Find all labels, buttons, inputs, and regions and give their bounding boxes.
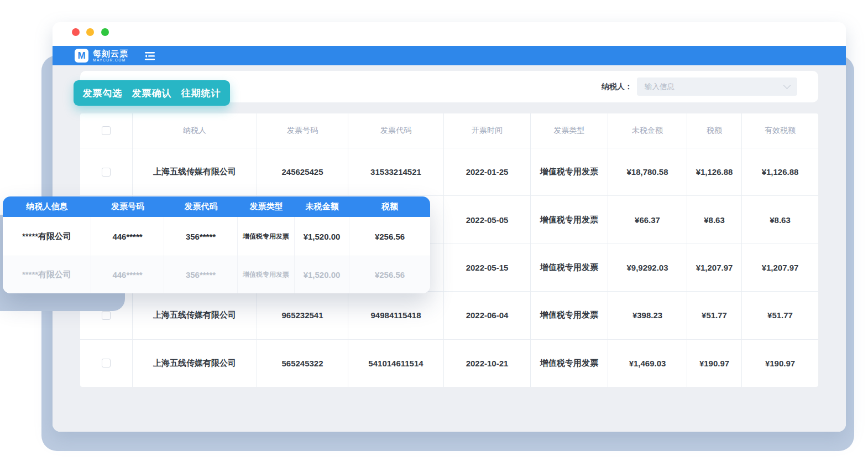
close-window-button[interactable] [72,28,80,36]
cell-date: 2022-05-05 [444,196,531,243]
popup-column-tax: 税额 [349,196,430,217]
table-header-row: 纳税人 发票号码 发票代码 开票时间 发票类型 未税金额 税额 有效税额 [80,113,818,148]
app-subtitle: MAYCUR.COM [93,59,128,63]
tab-invoice-confirm[interactable]: 发票确认 [132,87,172,100]
popup-column-pre-tax: 未税金额 [295,196,349,217]
popup-cell-invoice-code: 356***** [164,256,238,293]
cell-date: 2022-05-15 [444,244,531,291]
cell-invoice-no: 245625425 [257,148,348,195]
taxpayer-filter-label: 纳税人： [602,82,632,92]
popup-cell-pre-tax: ¥1,520.00 [295,217,349,256]
column-header-pre-tax: 未税金额 [608,113,687,148]
table-row: 上海五线传媒有限公司 965232541 94984115418 2022-06… [80,291,818,339]
cell-date: 2022-10-21 [444,340,531,387]
column-header-invoice-no: 发票号码 [257,113,348,148]
cell-valid-tax: ¥190.97 [742,340,818,387]
cell-valid-tax: ¥8.63 [742,196,818,243]
popup-header-row: 纳税人信息 发票号码 发票代码 发票类型 未税金额 税额 [3,196,430,217]
app-logo: M 每刻云票 MAYCUR.COM [75,49,128,63]
cell-tax: ¥8.63 [687,196,742,243]
column-header-tax: 税额 [687,113,742,148]
row-checkbox[interactable] [102,359,111,367]
cell-tax: ¥1,126.88 [687,148,742,195]
select-all-checkbox[interactable] [102,126,111,135]
popup-cell-taxpayer-info: *****有限公司 [3,256,91,293]
table-row: 上海五线传媒有限公司 245625425 31533214521 2022-01… [80,148,818,195]
cell-tax: ¥190.97 [687,340,742,387]
maximize-window-button[interactable] [101,28,109,36]
table-row: 上海五线传媒有限公司 565245322 541014611514 2022-1… [80,339,818,387]
column-header-valid-tax: 有效税额 [742,113,818,148]
popup-column-invoice-code: 发票代码 [164,196,238,217]
popup-cell-pre-tax: ¥1,520.00 [295,256,349,293]
collapse-menu-icon[interactable] [144,51,156,61]
app-title: 每刻云票 [93,49,128,58]
cell-type: 增值税专用发票 [531,340,608,387]
popup-column-invoice-no: 发票号码 [91,196,164,217]
logo-mark-icon: M [75,49,88,63]
popup-column-type: 发票类型 [238,196,295,217]
cell-valid-tax: ¥1,207.97 [742,244,818,291]
cell-pre-tax: ¥9,9292.03 [608,244,687,291]
cell-date: 2022-01-25 [444,148,531,195]
cell-pre-tax: ¥18,780.58 [608,148,687,195]
taxpayer-detail-popup: 纳税人信息 发票号码 发票代码 发票类型 未税金额 税额 *****有限公司 4… [3,196,430,293]
cell-type: 增值税专用发票 [531,292,608,339]
cell-invoice-code: 541014611514 [348,340,444,387]
cell-tax: ¥51.77 [687,292,742,339]
taxpayer-filter-placeholder: 输入信息 [645,82,674,92]
cell-invoice-code: 31533214521 [348,148,444,195]
popup-cell-invoice-no: 446***** [91,256,164,293]
row-checkbox[interactable] [102,311,111,320]
cell-type: 增值税专用发票 [531,148,608,195]
popup-cell-invoice-code: 356***** [164,217,238,256]
tab-invoice-select[interactable]: 发票勾选 [83,87,123,100]
tab-past-statistics[interactable]: 往期统计 [181,87,221,100]
popup-cell-taxpayer-info: *****有限公司 [3,217,91,256]
taxpayer-filter-select[interactable]: 输入信息 [637,77,797,96]
tab-bar: 发票勾选 发票确认 往期统计 [74,80,230,106]
cell-taxpayer: 上海五线传媒有限公司 [133,340,257,387]
cell-taxpayer: 上海五线传媒有限公司 [133,148,257,195]
cell-invoice-no: 565245322 [257,340,348,387]
cell-date: 2022-06-04 [444,292,531,339]
cell-type: 增值税专用发票 [531,244,608,291]
column-header-invoice-code: 发票代码 [348,113,444,148]
popup-cell-tax: ¥256.56 [349,217,430,256]
cell-valid-tax: ¥1,126.88 [742,148,818,195]
cell-pre-tax: ¥398.23 [608,292,687,339]
popup-row: *****有限公司 446***** 356***** 增值税专用发票 ¥1,5… [3,217,430,256]
column-header-type: 发票类型 [531,113,608,148]
cell-pre-tax: ¥66.37 [608,196,687,243]
popup-cell-invoice-no: 446***** [91,217,164,256]
app-header-bar: M 每刻云票 MAYCUR.COM [53,46,846,65]
window-titlebar [53,22,846,46]
popup-cell-type: 增值税专用发票 [238,217,295,256]
cell-valid-tax: ¥51.77 [742,292,818,339]
popup-row-muted: *****有限公司 446***** 356***** 增值税专用发票 ¥1,5… [3,256,430,293]
page: M 每刻云票 MAYCUR.COM 纳税人： 输入信息 [0,0,868,466]
cell-tax: ¥1,207.97 [687,244,742,291]
cell-invoice-no: 965232541 [257,292,348,339]
column-header-taxpayer: 纳税人 [133,113,257,148]
popup-column-taxpayer-info: 纳税人信息 [3,196,91,217]
column-header-date: 开票时间 [444,113,531,148]
chevron-down-icon [783,82,791,89]
cell-taxpayer: 上海五线传媒有限公司 [133,292,257,339]
cell-pre-tax: ¥1,469.03 [608,340,687,387]
cell-invoice-code: 94984115418 [348,292,444,339]
popup-cell-tax: ¥256.56 [349,256,430,293]
minimize-window-button[interactable] [86,28,94,36]
cell-type: 增值税专用发票 [531,196,608,243]
row-checkbox[interactable] [102,168,111,177]
popup-cell-type: 增值税专用发票 [238,256,295,293]
